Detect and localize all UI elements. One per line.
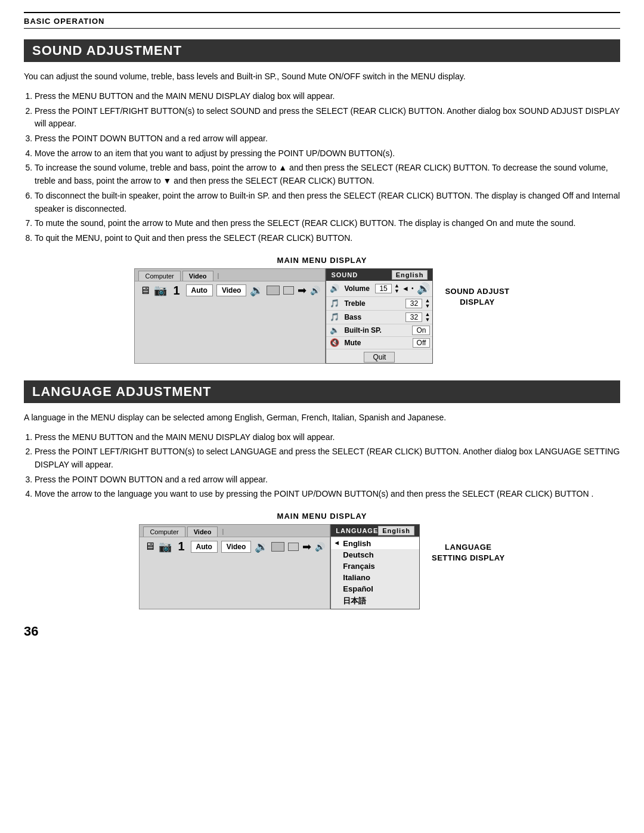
lang-main-menu-display-label: MAIN MENU DISPLAY — [24, 512, 620, 521]
mute-label: Mute — [343, 339, 410, 347]
sound-adjustment-title: SOUND ADJUSTMENT — [24, 39, 620, 62]
video-camera-icon: 📷 — [154, 284, 167, 297]
language-adjustment-intro: A language in the MENU display can be se… — [24, 411, 620, 424]
lang-display-area: Computer Video | 🖥 📷 1 Auto Video 🔉 — [24, 524, 620, 609]
sound-menu-tabs: Computer Video | — [135, 269, 325, 281]
lang-tab-video: Video — [187, 527, 218, 537]
sound-volume-row: 🔊 Volume 15 ▲▼ ◄ • 🔊 — [326, 281, 432, 297]
lang-volume-icon: 🔊 — [315, 542, 325, 552]
bass-icon: 🎵 — [329, 312, 340, 321]
lang-rect-icon2 — [288, 543, 299, 551]
lang-computer-icon: 🖥 — [144, 540, 155, 553]
sound-tab-separator: | — [215, 271, 222, 281]
sound-step-7: To mute the sound, point the arrow to Mu… — [35, 217, 620, 230]
sound-step-3: Press the POINT DOWN BUTTON and a red ar… — [35, 132, 620, 145]
language-panel-header: LANGUAGE English — [331, 525, 419, 537]
bass-arrows: ▲▼ — [425, 312, 430, 323]
lang-italiano-label: Italiano — [343, 573, 370, 582]
bass-label: Bass — [343, 313, 403, 321]
volume-arrow-left: ◄ — [402, 284, 409, 293]
sound-auto-btn: Auto — [186, 284, 213, 296]
page-number: 36 — [24, 624, 620, 639]
sound-adjustment-steps: Press the MENU BUTTON and the MAIN MENU … — [35, 90, 620, 245]
sound-english-button: English — [392, 270, 428, 280]
sound-arrow-right-icon: ➡ — [298, 284, 306, 297]
lang-speaker-icon: 🔉 — [255, 540, 268, 553]
sound-menu-row: Computer Video | 🖥 📷 1 Auto Video 🔉 — [134, 268, 433, 364]
sound-speaker-icon: 🔉 — [250, 284, 263, 297]
lang-auto-btn: Auto — [191, 541, 218, 553]
sound-panel-header: SOUND English — [326, 269, 432, 281]
lang-step-3: Press the POINT DOWN BUTTON and a red ar… — [35, 473, 620, 487]
lang-video-btn: Video — [221, 541, 251, 553]
sound-adjust-display-label: SOUND ADJUSTDISPLAY — [445, 286, 509, 308]
sound-step-1: Press the MENU BUTTON and the MAIN MENU … — [35, 90, 620, 103]
lang-item-francais: Français — [331, 561, 419, 572]
lang-step-1: Press the MENU BUTTON and the MAIN MENU … — [35, 431, 620, 444]
lang-tab-computer: Computer — [143, 527, 185, 537]
lang-menu-number: 1 — [178, 540, 184, 553]
lang-tab-separator: | — [219, 527, 226, 537]
language-adjustment-title: LANGUAGE ADJUSTMENT — [24, 380, 620, 403]
computer-icon: 🖥 — [140, 284, 150, 297]
lang-english-label: English — [343, 539, 371, 548]
sound-panel: SOUND English 🔊 Volume 15 ▲▼ ◄ • 🔊 — [326, 268, 433, 364]
sound-step-2: Press the POINT LEFT/RIGHT BUTTON(s) to … — [35, 105, 620, 131]
lang-item-english: English — [331, 538, 419, 549]
lang-display-with-label: Computer Video | 🖥 📷 1 Auto Video 🔉 — [139, 524, 504, 609]
lang-video-camera-icon: 📷 — [159, 540, 172, 553]
quit-button: Quit — [364, 352, 395, 363]
builtin-value: On — [412, 326, 430, 335]
lang-setting-display-label: LANGUAGESETTING DISPLAY — [432, 542, 505, 563]
sound-mute-row: 🔇 Mute Off — [326, 337, 432, 349]
volume-value: 15 — [375, 284, 392, 293]
volume-bar-icon: 🔊 — [417, 282, 430, 295]
sound-bass-row: 🎵 Bass 32 ▲▼ — [326, 311, 432, 324]
language-english-button: English — [378, 526, 414, 535]
lang-item-japanese: 日本語 — [331, 594, 419, 608]
lang-menu-row: Computer Video | 🖥 📷 1 Auto Video 🔉 — [139, 524, 420, 609]
language-adjustment-steps: Press the MENU BUTTON and the MAIN MENU … — [35, 431, 620, 501]
sound-treble-row: 🎵 Treble 32 ▲▼ — [326, 297, 432, 311]
sound-menu-body: 🖥 📷 1 Auto Video 🔉 ➡ 🔊 — [135, 281, 325, 300]
volume-label: Volume — [343, 284, 373, 293]
sound-adjustment-section: SOUND ADJUSTMENT You can adjust the soun… — [24, 39, 620, 364]
sound-display-area: Computer Video | 🖥 📷 1 Auto Video 🔉 — [24, 268, 620, 364]
sound-rect-icon2 — [283, 286, 294, 295]
lang-menu-body: 🖥 📷 1 Auto Video 🔉 ➡ 🔊 — [140, 537, 330, 556]
lang-rect-icon1 — [271, 542, 284, 552]
mute-value: Off — [413, 338, 431, 348]
treble-arrows: ▲▼ — [425, 298, 430, 309]
mute-icon: 🔇 — [329, 338, 340, 347]
builtin-label: Built-in SP. — [343, 326, 410, 335]
treble-icon: 🎵 — [329, 299, 340, 308]
sound-display-with-label: Computer Video | 🖥 📷 1 Auto Video 🔉 — [134, 268, 509, 364]
sound-menu-main: Computer Video | 🖥 📷 1 Auto Video 🔉 — [134, 268, 326, 364]
lang-step-4: Move the arrow to the language you want … — [35, 488, 620, 501]
basic-operation-header: BASIC OPERATION — [24, 12, 620, 29]
lang-menu-main: Computer Video | 🖥 📷 1 Auto Video 🔉 — [139, 524, 330, 609]
lang-arrow-right-icon: ➡ — [302, 540, 311, 553]
volume-icon: 🔊 — [329, 284, 340, 293]
sound-step-5: To increase the sound volume, treble and… — [35, 162, 620, 187]
sound-step-4: Move the arrow to an item that you want … — [35, 147, 620, 160]
sound-rect-icon1 — [267, 286, 280, 295]
lang-francais-label: Français — [343, 562, 374, 571]
language-panel: LANGUAGE English English Deutsch Françai… — [330, 524, 420, 609]
sound-builtin-row: 🔈 Built-in SP. On — [326, 324, 432, 337]
volume-dot: • — [411, 285, 414, 292]
treble-value: 32 — [405, 299, 422, 308]
sound-step-8: To quit the MENU, point to Quit and then… — [35, 232, 620, 245]
sound-panel-title: SOUND — [331, 271, 358, 278]
sound-quit-row: Quit — [326, 349, 432, 363]
lang-item-deutsch: Deutsch — [331, 549, 419, 561]
lang-step-2: Press the POINT LEFT/RIGHT BUTTON(s) to … — [35, 445, 620, 471]
sound-tab-computer: Computer — [138, 271, 180, 281]
language-panel-title: LANGUAGE — [336, 527, 378, 534]
sound-menu-number: 1 — [173, 284, 179, 298]
sound-video-btn: Video — [216, 284, 246, 296]
lang-menu-tabs: Computer Video | — [140, 525, 330, 537]
sound-step-6: To disconnect the built-in speaker, poin… — [35, 190, 620, 215]
treble-label: Treble — [343, 299, 403, 308]
language-adjustment-section: LANGUAGE ADJUSTMENT A language in the ME… — [24, 380, 620, 609]
